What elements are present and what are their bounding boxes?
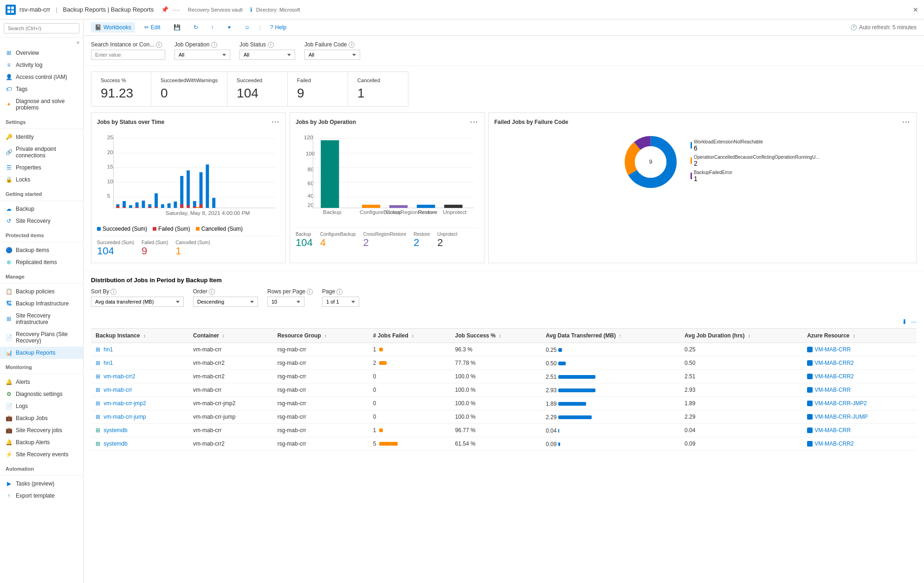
svg-text:Unprotect: Unprotect (443, 209, 467, 215)
sidebar-item-label: Backup Alerts (16, 439, 50, 446)
kpi-section: Success %91.23SucceededWithWarnings0Succ… (84, 66, 924, 112)
td-container: vm-mab-crr (188, 343, 273, 356)
backup-items-table: Backup Instance ↕ Container ↕ Resource G… (91, 328, 917, 451)
page-select[interactable]: 1 of 1 (322, 297, 359, 307)
job-failure-select[interactable]: All WorkloadExtensionNotReachable Operat… (304, 50, 360, 60)
instance-icon: ⊞ (96, 360, 100, 366)
more-icon[interactable]: ··· (172, 6, 181, 13)
sidebar-item-activity-log[interactable]: ≡Activity log (0, 59, 83, 71)
order-select[interactable]: Descending Ascending (193, 297, 258, 307)
azure-resource-link[interactable]: VM-MAB-CRR2 (814, 360, 854, 366)
td-jobs-failed: 0 (368, 397, 451, 410)
sidebar-icon: ⚙ (6, 391, 12, 397)
sidebar-item-logs[interactable]: 📄Logs (0, 400, 83, 412)
instance-link[interactable]: hn1 (103, 346, 113, 353)
sidebar-item-identity[interactable]: 🔑Identity (0, 131, 83, 143)
td-azure-resource: VM-MAB-CRR (802, 424, 917, 437)
azure-resource-link[interactable]: VM-MAB-CRR (814, 346, 851, 353)
instance-link[interactable]: vm-mab-crr-jmp2 (103, 400, 146, 407)
sidebar-icon: 📋 (6, 288, 12, 295)
instance-link[interactable]: vm-mab-crr-jump (103, 414, 146, 420)
save-button[interactable]: 💾 (170, 22, 184, 32)
order-info-icon[interactable]: i (209, 289, 215, 295)
sidebar-item-tags[interactable]: 🏷Tags (0, 83, 83, 95)
sidebar-item-alerts[interactable]: 🔔Alerts (0, 376, 83, 388)
upload-button[interactable]: ↑ (207, 22, 218, 32)
td-azure-resource: VM-MAB-CRR2 (802, 370, 917, 383)
td-instance: ⊞ vm-mab-crr (91, 383, 188, 397)
search-info-icon[interactable]: i (156, 42, 162, 48)
sidebar-item-diagnostic-settings[interactable]: ⚙Diagnostic settings (0, 388, 83, 400)
close-icon[interactable]: ✕ (913, 6, 918, 13)
sidebar-item-export-template[interactable]: ↑Export template (0, 490, 83, 502)
azure-resource-link[interactable]: VM-MAB-CRR2 (814, 373, 854, 380)
instance-link[interactable]: vm-mab-crr2 (103, 373, 135, 380)
sort-by-info-icon[interactable]: i (110, 289, 116, 295)
sidebar-item-diagnose-and-solve-problems[interactable]: ✦Diagnose and solve problems (0, 95, 83, 114)
instance-link[interactable]: systemdb (103, 427, 127, 434)
sidebar-item-backup-jobs[interactable]: 💼Backup Jobs (0, 412, 83, 424)
azure-resource-link[interactable]: VM-MAB-CRR (814, 427, 851, 434)
sidebar-item-private-endpoint-connections[interactable]: 🔗Private endpoint connections (0, 143, 83, 162)
azure-resource-link[interactable]: VM-MAB-CRR-JMP2 (814, 400, 867, 407)
svg-rect-58 (389, 205, 407, 208)
edit-button[interactable]: ✏ Edit (141, 22, 164, 32)
svg-rect-57 (362, 205, 380, 208)
sidebar-item-site-recovery-jobs[interactable]: 💼Site Recovery jobs (0, 424, 83, 436)
vm-icon (807, 401, 813, 406)
td-instance: ⊞ vm-mab-crr-jump (91, 410, 188, 424)
jobs-operation-more-icon[interactable]: ··· (470, 118, 478, 126)
favorite-button[interactable]: ✦ (223, 22, 235, 32)
table-more-button[interactable]: ··· (911, 318, 917, 325)
job-status-info-icon[interactable]: i (268, 42, 274, 48)
sidebar-item-backup-items[interactable]: 🔵Backup items (0, 244, 83, 256)
sidebar-item-access-control-iam[interactable]: 👤Access control (IAM) (0, 71, 83, 83)
sidebar-item-properties[interactable]: ☰Properties (0, 162, 83, 174)
job-operation-select[interactable]: All Backup Restore ConfigureBackup (174, 50, 230, 60)
instance-link[interactable]: vm-mab-crr (103, 387, 132, 393)
collapse-button[interactable]: « (0, 38, 83, 47)
sidebar-item-backup-reports[interactable]: 📊Backup Reports (0, 347, 83, 359)
job-operation-info-icon[interactable]: i (211, 42, 217, 48)
sidebar-item-backup-policies[interactable]: 📋Backup policies (0, 285, 83, 298)
feedback-button[interactable]: ☺ (241, 22, 254, 32)
instance-link[interactable]: hn1 (103, 360, 113, 366)
sidebar-item-replicated-items[interactable]: ⊕Replicated items (0, 256, 83, 268)
page-info-icon[interactable]: i (336, 289, 342, 295)
sidebar-item-backup[interactable]: ☁Backup (0, 203, 83, 215)
sidebar-item-backup-alerts[interactable]: 🔔Backup Alerts (0, 436, 83, 448)
azure-resource-link[interactable]: VM-MAB-CRR2 (814, 440, 854, 447)
sidebar-item-label: Alerts (16, 379, 30, 385)
sidebar-item-site-recovery-infrastructure[interactable]: ⊞Site Recovery infrastructure (0, 310, 83, 328)
sort-by-select[interactable]: Avg data transferred (MB) Avg Job Durati… (91, 297, 184, 307)
sidebar-item-locks[interactable]: 🔒Locks (0, 174, 83, 186)
help-question-icon: ? (270, 24, 273, 31)
pin-icon[interactable]: 📌 (161, 6, 168, 13)
sidebar-item-site-recovery-events[interactable]: ⚡Site Recovery events (0, 448, 83, 460)
rows-info-icon[interactable]: i (307, 289, 313, 295)
edit-icon: ✏ (144, 24, 149, 31)
sidebar-item-tasks-preview[interactable]: ▶Tasks (preview) (0, 478, 83, 490)
refresh-button[interactable]: ↻ (190, 22, 202, 32)
azure-resource-link[interactable]: VM-MAB-CRR-JUMP (814, 414, 868, 420)
sidebar-item-overview[interactable]: ⊞Overview (0, 47, 83, 59)
col-jobs-failed: # Jobs Failed ↕ (368, 329, 451, 343)
search-instance-input[interactable] (91, 50, 165, 60)
td-jobs-failed: 0 (368, 383, 451, 397)
failed-jobs-more-icon[interactable]: ··· (902, 118, 911, 126)
job-failure-info-icon[interactable]: i (349, 42, 355, 48)
rows-per-page-select[interactable]: 10 25 50 (267, 297, 304, 307)
azure-resource-link[interactable]: VM-MAB-CRR (814, 387, 851, 393)
job-status-select[interactable]: All Succeeded Failed Cancelled (239, 50, 295, 60)
search-input[interactable] (4, 23, 79, 33)
distribution-section: Distribution of Jobs in Period by Backup… (84, 271, 924, 318)
download-button[interactable]: ⬇ (902, 318, 907, 325)
workbooks-button[interactable]: 📓 Workbooks (91, 22, 135, 32)
instance-link[interactable]: systemdb (103, 440, 127, 447)
sidebar-item-backup-infrastructure[interactable]: 🏗Backup Infrastructure (0, 298, 83, 310)
sidebar-item-recovery-plans-site-recovery[interactable]: 📄Recovery Plans (Site Recovery) (0, 328, 83, 347)
help-button[interactable]: ? Help (266, 22, 290, 32)
sidebar-item-site-recovery[interactable]: ↺Site Recovery (0, 215, 83, 227)
donut-chart-svg: 9 (618, 130, 683, 194)
jobs-status-more-icon[interactable]: ··· (271, 118, 280, 126)
